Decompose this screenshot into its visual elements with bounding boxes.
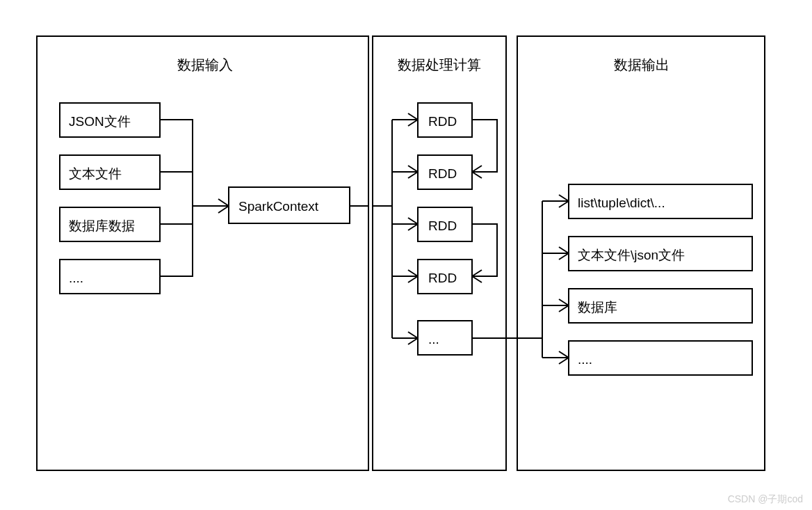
- processing-title: 数据处理计算: [398, 57, 481, 72]
- output-db-label: 数据库: [578, 300, 617, 314]
- processing-left-branches: [392, 113, 418, 344]
- rdd4-label: RDD: [428, 271, 457, 285]
- input-container: [37, 36, 368, 470]
- watermark: CSDN @子期cod: [728, 493, 803, 504]
- input-etc-label: ....: [69, 271, 83, 285]
- connector-inputs-to-context: [160, 120, 229, 276]
- proc-etc-box: [418, 321, 472, 355]
- rdd1-label: RDD: [428, 114, 457, 129]
- input-title: 数据输入: [177, 57, 233, 72]
- output-file-label: 文本文件\json文件: [578, 248, 685, 262]
- sparkcontext-label: SparkContext: [238, 199, 319, 214]
- output-title: 数据输出: [614, 57, 669, 72]
- output-left-trunk: [533, 201, 542, 338]
- input-text-label: 文本文件: [69, 166, 122, 181]
- rdd3-label: RDD: [428, 218, 457, 233]
- input-json-label: JSON文件: [69, 114, 131, 129]
- output-etc-label: ....: [578, 352, 592, 367]
- output-branches: [542, 195, 569, 364]
- rdd2-label: RDD: [428, 166, 457, 181]
- proc-etc-label: ...: [428, 332, 439, 346]
- output-etc-box: [569, 341, 752, 375]
- rdd-right-loops: [472, 120, 497, 282]
- spark-flow-diagram: 数据输入 JSON文件 文本文件 数据库数据 .... SparkContext…: [0, 0, 812, 510]
- output-struct-label: list\tuple\dict\...: [578, 196, 665, 210]
- input-db-label: 数据库数据: [69, 218, 135, 233]
